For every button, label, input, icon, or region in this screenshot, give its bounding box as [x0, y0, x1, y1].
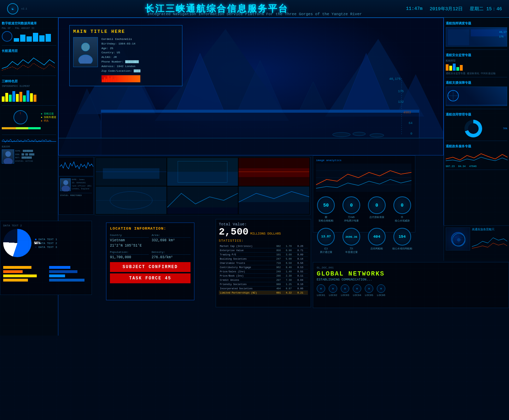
density-section: Density: 276.03/km²	[152, 250, 191, 259]
stat-cumulative: 13.87 亿t 累计通过量	[316, 228, 336, 254]
table-cell-v2: 1.25	[285, 282, 296, 286]
stats-table-panel: Total Value: 2,500 MILLIONS DOLLARS STAT…	[216, 219, 311, 307]
stat-circle-2: 0	[343, 196, 360, 214]
stat-label-3: 总代替标准煤	[367, 215, 387, 219]
svg-rect-36	[27, 90, 29, 102]
video-6-svg	[239, 187, 309, 214]
svg-rect-37	[30, 93, 33, 102]
location-title: LOCATION INFORMATION:	[110, 226, 191, 231]
support-svg	[446, 87, 507, 105]
table-cell-v2: 6.90	[285, 248, 296, 253]
svg-rect-74	[3, 266, 31, 269]
table-row: Market Cap (Intrinsic) 982 1.70 0.26	[219, 244, 308, 248]
global-node[interactable]: ◎ LOC04	[353, 284, 361, 297]
global-doc-id: GL_DOC_001	[317, 266, 385, 269]
analytics-chart-svg	[316, 164, 411, 192]
info-card-text: NAME: James ID: 00489201 rank officer (B…	[72, 178, 92, 191]
table-cell-v2: 7.30	[285, 278, 296, 282]
bottom-bar-charts	[3, 262, 89, 285]
svg-rect-28	[46, 34, 51, 42]
global-node[interactable]: ◎ LOC02	[329, 284, 337, 297]
pie-data-text-1: DATA TEXT 2	[3, 224, 89, 227]
video-cell-4	[96, 187, 166, 214]
global-header: GL_DOC_001 GLOBAL NETWORKS ESTABLISHING …	[317, 266, 505, 284]
legend-item-1: ■ DATA TEXT 1	[35, 238, 57, 241]
population-label: Population:	[110, 250, 149, 255]
table-row: Price/Sales (Inv) 240 1.40 0.55	[219, 270, 308, 274]
svg-text:175: 175	[499, 35, 504, 38]
svg-point-87	[63, 180, 68, 185]
global-node-label: LOC06	[377, 294, 385, 297]
total-value-unit: MILLIONS DOLLARS	[250, 232, 281, 236]
global-node[interactable]: ◎ LOC03	[341, 284, 349, 297]
table-cell-v2: 8.40	[285, 265, 296, 270]
country-value: Vietnam	[110, 238, 149, 242]
video-cell-6	[239, 187, 309, 214]
donut-value: 70%	[503, 127, 507, 130]
global-node[interactable]: ◎ LOC01	[317, 284, 325, 297]
analytics-title: image analytics	[316, 159, 412, 162]
population-value: 91,700,000	[110, 255, 149, 259]
global-node[interactable]: ◎ LOC05	[365, 284, 373, 297]
svg-point-21	[81, 43, 90, 51]
global-node-circle: ◎	[317, 284, 325, 293]
svg-rect-29	[2, 96, 5, 102]
global-node-circle: ◎	[365, 284, 373, 293]
table-cell-name: Enterprise Value	[219, 248, 275, 253]
global-node-circle: ◎	[341, 284, 349, 293]
stat-circle-5: 13.87	[317, 228, 335, 246]
rb-chart	[472, 232, 507, 250]
global-node-circle: ◎	[353, 284, 361, 293]
svg-text:40,175: 40,175	[499, 31, 507, 34]
right-section-title-3: 通航信用管理专题	[446, 112, 507, 117]
video-1-svg	[96, 158, 166, 186]
page-subtitle: Integrated Navigation Information Servic…	[147, 12, 362, 16]
table-cell-v3: 0.53	[296, 265, 308, 270]
video-cell-2	[167, 158, 238, 186]
left-section-1: 数字航道空间数据库建库 PAL GF · PAL 400107 IC	[2, 19, 56, 46]
global-node[interactable]: ◎ LOC06	[377, 284, 385, 297]
svg-rect-27	[39, 35, 45, 42]
coords-value: 21°2'N 105°51'E	[110, 244, 149, 248]
svg-rect-26	[33, 33, 38, 42]
table-cell-v3: 0.09	[296, 253, 308, 257]
header-left: ☯ v2.1	[7, 3, 27, 14]
table-cell-v1: 101	[275, 253, 285, 257]
svg-rect-31	[9, 95, 12, 102]
stats-subtitle: STATISTICS:	[219, 239, 308, 243]
profile-card-title: MAIN TITLE HERE	[73, 29, 179, 34]
table-cell-v1: 297	[275, 278, 285, 282]
stat-circle-1: 50	[317, 196, 335, 214]
global-subtitle: ESTABLISHING COMMUNICATION...	[317, 278, 385, 282]
table-cell-v3: 0.55	[296, 270, 308, 274]
svg-rect-30	[5, 93, 8, 102]
compass-labels: ● 安检过道 ● 安检车通道 ● 码头	[41, 112, 56, 123]
govt-val-1: 907.23	[446, 165, 455, 168]
info-card-photo	[60, 178, 71, 191]
svg-text:40,175: 40,175	[389, 77, 400, 81]
stat-core-waiting: 154 核心水域待闸船舶	[392, 228, 412, 254]
table-cell-v3: 0.26	[296, 244, 308, 248]
stats-row-2: 13.87 亿t 累计通过量 2696.36 万t 年度通过量 404 总待闸船…	[316, 228, 412, 254]
left-circle-chart	[2, 31, 12, 42]
table-cell-v1: 404	[275, 286, 285, 291]
waveform-1	[2, 138, 56, 144]
video-4-svg	[96, 187, 166, 214]
svg-rect-50	[446, 87, 507, 105]
right-section-title-4: 通航政务服务专题	[446, 144, 507, 149]
header-right: 11:47m 2019年3月12日 星期二 15：46	[406, 6, 502, 12]
stat-shore-power: 0 万kWh 岸电累计电量	[341, 196, 362, 223]
govt-chart-svg	[446, 150, 508, 162]
header-weekday: 星期二 15：46	[470, 6, 502, 12]
stat-circle-4: 0	[393, 196, 411, 214]
svg-rect-79	[49, 270, 77, 273]
video-cell-3-red	[239, 158, 309, 186]
rb-globe	[451, 232, 465, 246]
safety-note: 通航安全监管专题 建设标准化 中间长途运输	[446, 72, 507, 75]
left-section-title-3: 三峡特色层	[2, 79, 56, 84]
header-version: v2.1	[21, 7, 27, 10]
top-header: ☯ v2.1 长江三峡通航综合信息服务平台 Integrated Navigat…	[0, 0, 509, 18]
table-cell-v3: 0.21	[296, 291, 308, 295]
svg-point-11	[333, 132, 350, 137]
table-cell-v2: 0.87	[285, 286, 296, 291]
